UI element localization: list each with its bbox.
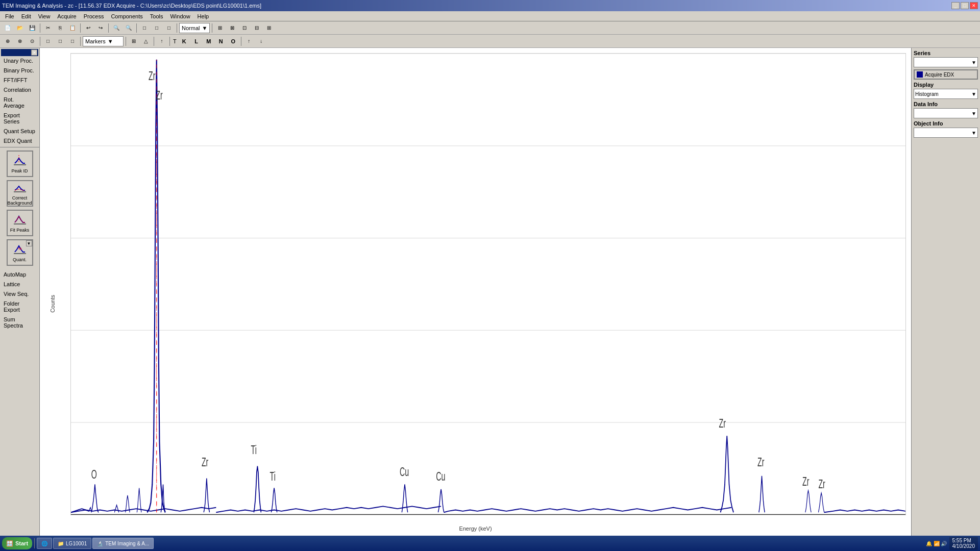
rot-average-btn[interactable]: Rot. Average	[1, 95, 38, 110]
tb2-roi[interactable]: ⊞	[128, 36, 139, 46]
tb2-n[interactable]: N	[215, 36, 227, 46]
tb-open[interactable]: 📂	[14, 23, 26, 33]
toolbar-2: ⊕ ⊗ ⊙ □ □ □ Markers ▼ ⊞ △ ↑ T K L M N O …	[0, 35, 980, 48]
taskbar-app-ie[interactable]: 🌐	[37, 538, 52, 549]
tb2-btn1[interactable]: ⊕	[2, 36, 13, 46]
correlation-btn[interactable]: Correlation	[1, 85, 38, 94]
main-container: ✕ Unary Proc. Binary Proc. FFT/IFFT Corr…	[0, 48, 980, 536]
mode-dropdown[interactable]: Normal ▼	[179, 23, 210, 33]
sum-spectra-btn[interactable]: Sum Spectra	[1, 315, 38, 330]
menu-tools[interactable]: Tools	[147, 12, 166, 20]
menu-edit[interactable]: Edit	[18, 12, 34, 20]
tb2-btn4[interactable]: □	[42, 36, 54, 46]
tb2-k[interactable]: K	[179, 36, 190, 46]
svg-text:Zr: Zr	[818, 477, 825, 491]
series-dropdown[interactable]: ▼	[914, 57, 978, 67]
svg-rect-2	[14, 191, 26, 192]
tb2-btn5[interactable]: □	[55, 36, 66, 46]
tb-redo[interactable]: ↪	[95, 23, 106, 33]
correct-bg-icon	[13, 181, 27, 195]
right-panel: Series ▼ Acquire EDX Display Histogram ▼…	[911, 48, 980, 536]
svg-rect-3	[14, 223, 26, 224]
binary-proc-btn[interactable]: Binary Proc.	[1, 66, 38, 75]
quant-setup-btn[interactable]: Quant Setup	[1, 127, 38, 136]
svg-text:Zr: Zr	[757, 455, 765, 469]
tb-zoom-out[interactable]: 🔍	[123, 23, 134, 33]
sep8	[80, 37, 81, 46]
tb-cut[interactable]: ✂	[42, 23, 54, 33]
tb-misc4[interactable]: ⊟	[251, 23, 262, 33]
taskbar-right: 🔔 📶 🔊 5:55 PM 4/10/2020	[926, 537, 978, 550]
unary-proc-btn[interactable]: Unary Proc.	[1, 56, 38, 65]
chart-inner[interactable]: 1500 1000 500 0.0 0.0 5 10 15 20 O	[70, 53, 906, 515]
tb-zoom-in[interactable]: 🔍	[111, 23, 122, 33]
display-dropdown[interactable]: Histogram ▼	[914, 89, 978, 99]
tb-undo[interactable]: ↩	[83, 23, 94, 33]
panel-close-btn[interactable]: ✕	[31, 49, 37, 56]
tb2-peak[interactable]: △	[140, 36, 152, 46]
tb2-dn[interactable]: ↓	[256, 36, 267, 46]
chart-area: Counts 1500 1000 500 0.0 0.0	[40, 48, 911, 536]
icon-buttons-area: Peak ID Correct Background Fit Peaks	[0, 147, 39, 269]
svg-text:%: %	[18, 246, 21, 251]
acquire-edx-btn[interactable]: Acquire EDX	[914, 69, 978, 80]
taskbar-app-tem[interactable]: 🔬 TEM Imaging & A...	[92, 538, 154, 549]
fit-peaks-btn[interactable]: Fit Peaks	[7, 210, 33, 236]
sep6	[212, 23, 212, 33]
fft-ifft-btn[interactable]: FFT/IFFT	[1, 76, 38, 85]
menu-acquire[interactable]: Acquire	[54, 12, 79, 20]
tb-misc5[interactable]: ⊞	[263, 23, 275, 33]
automap-btn[interactable]: AutoMap	[1, 270, 38, 279]
quant-btn[interactable]: % Quant. ▼	[7, 239, 33, 266]
tb2-btn2[interactable]: ⊗	[14, 36, 26, 46]
tb-copy[interactable]: ⎘	[55, 23, 66, 33]
tb2-cursor[interactable]: ↑	[156, 36, 167, 46]
tb-square3[interactable]: □	[163, 23, 175, 33]
correct-background-btn[interactable]: Correct Background	[7, 180, 33, 207]
quant-expand[interactable]: ▼	[26, 240, 32, 246]
maximize-button[interactable]: □	[961, 2, 969, 9]
taskbar-app-lg10001[interactable]: 📁 LG10001	[53, 538, 91, 549]
export-series-btn[interactable]: Export Series	[1, 111, 38, 126]
start-button[interactable]: 🪟 Start	[2, 537, 32, 549]
menu-file[interactable]: File	[2, 12, 17, 20]
left-panel: ✕ Unary Proc. Binary Proc. FFT/IFFT Corr…	[0, 48, 40, 536]
tb2-btn6[interactable]: □	[67, 36, 78, 46]
menu-window[interactable]: Window	[167, 12, 193, 20]
lattice-btn[interactable]: Lattice	[1, 280, 38, 289]
series-label: Series	[914, 50, 978, 56]
tb-misc2[interactable]: ⊠	[227, 23, 238, 33]
window-title: TEM Imaging & Analysis - zc - [11.56.37 …	[2, 3, 261, 9]
minimize-button[interactable]: _	[951, 2, 960, 9]
tb2-o[interactable]: O	[228, 36, 239, 46]
folder-icon: 📁	[58, 541, 64, 546]
menu-help[interactable]: Help	[194, 12, 212, 20]
tb-paste[interactable]: 📋	[67, 23, 78, 33]
tb2-btn3[interactable]: ⊙	[27, 36, 38, 46]
peak-id-btn[interactable]: Peak ID	[7, 151, 33, 177]
data-info-dropdown[interactable]: ▼	[914, 108, 978, 118]
tb-new[interactable]: 📄	[2, 23, 13, 33]
close-button[interactable]: ✕	[970, 2, 978, 9]
view-seq-btn[interactable]: View Seq.	[1, 289, 38, 298]
display-label: Display	[914, 82, 978, 88]
taskbar-sep	[34, 538, 35, 548]
window-controls: _ □ ✕	[951, 2, 978, 9]
folder-export-btn[interactable]: Folder Export	[1, 299, 38, 314]
edx-quant-btn[interactable]: EDX Quant	[1, 136, 38, 145]
markers-dropdown[interactable]: Markers ▼	[83, 36, 124, 46]
object-info-dropdown[interactable]: ▼	[914, 128, 978, 138]
tb2-m[interactable]: M	[203, 36, 214, 46]
tb-misc1[interactable]: ⊞	[214, 23, 226, 33]
menu-view[interactable]: View	[35, 12, 54, 20]
menu-components[interactable]: Components	[108, 12, 145, 20]
tb-square2[interactable]: □	[151, 23, 162, 33]
tb-misc3[interactable]: ⊡	[239, 23, 250, 33]
svg-text:Zr: Zr	[149, 69, 156, 83]
tb2-up[interactable]: ↑	[243, 36, 255, 46]
tb2-l[interactable]: L	[191, 36, 202, 46]
x-axis-label: Energy (keV)	[459, 525, 492, 532]
menu-process[interactable]: Process	[81, 12, 107, 20]
tb-save[interactable]: 💾	[27, 23, 38, 33]
tb-square1[interactable]: □	[139, 23, 150, 33]
